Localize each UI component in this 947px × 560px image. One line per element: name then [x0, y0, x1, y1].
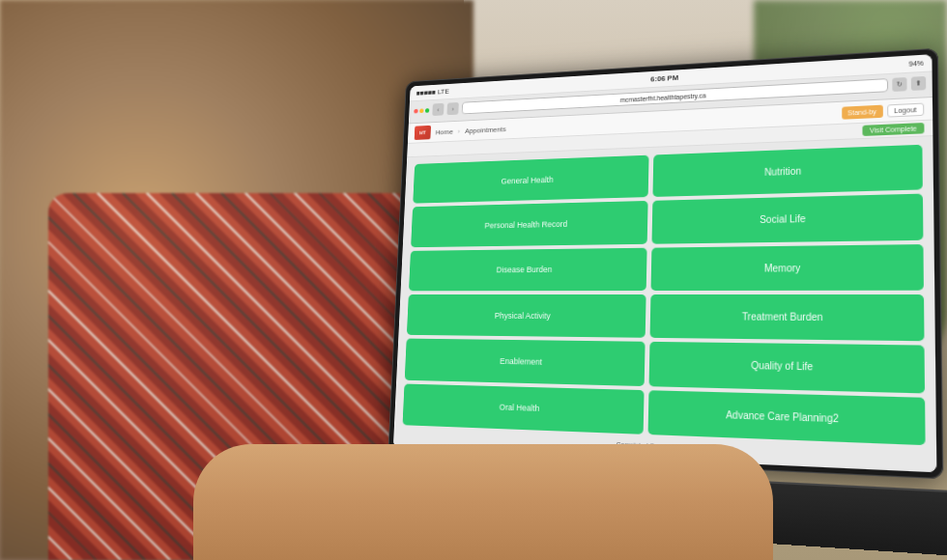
standby-button[interactable]: Stand-by	[842, 104, 883, 119]
header-buttons: Stand-by Logout	[842, 102, 925, 119]
status-battery: 94%	[908, 60, 923, 68]
main-content: General Health Personal Health Record Di…	[393, 136, 937, 472]
url-text: mcmasterfht.healthtapestry.ca	[620, 92, 706, 102]
nav-home[interactable]: Home	[436, 127, 453, 136]
treatment-burden-button[interactable]: Treatment Burden	[649, 294, 924, 342]
enablement-button[interactable]: Enablement	[405, 339, 645, 386]
nutrition-button[interactable]: Nutrition	[652, 145, 923, 198]
app-logo: HT	[415, 126, 431, 140]
refresh-button[interactable]: ↻	[892, 77, 906, 92]
share-button[interactable]: ⬆	[911, 76, 926, 91]
battery-label: 94%	[908, 60, 923, 68]
disease-burden-button[interactable]: Disease Burden	[409, 247, 646, 291]
personal-health-record-button[interactable]: Personal Health Record	[411, 201, 647, 247]
physical-activity-button[interactable]: Physical Activity	[407, 294, 646, 338]
memory-button[interactable]: Memory	[650, 244, 924, 291]
social-life-button[interactable]: Social Life	[651, 194, 923, 243]
oral-health-button[interactable]: Oral Health	[403, 383, 645, 434]
status-carrier: ■■■■■ LTE	[416, 88, 449, 98]
menu-grid: General Health Personal Health Record Di…	[403, 145, 926, 445]
window-controls	[414, 108, 429, 113]
back-button[interactable]: ‹	[432, 103, 444, 116]
forward-button[interactable]: ›	[446, 102, 458, 115]
laptop-screen-bezel: ■■■■■ LTE 6:06 PM 94% ‹ ›	[387, 48, 943, 480]
left-menu-column: General Health Personal Health Record Di…	[403, 155, 649, 434]
maximize-dot[interactable]	[425, 108, 429, 113]
advance-care-planning-button[interactable]: Advance Care Planning2	[647, 390, 926, 445]
nav-appointments[interactable]: Appointments	[465, 125, 506, 134]
app-navigation: HT Home › Appointments	[415, 122, 506, 140]
carrier-label: ■■■■■ LTE	[416, 88, 449, 98]
close-dot[interactable]	[414, 108, 417, 113]
laptop-screen: ■■■■■ LTE 6:06 PM 94% ‹ ›	[393, 54, 937, 472]
quality-of-life-button[interactable]: Quality of Life	[648, 342, 925, 393]
minimize-dot[interactable]	[419, 108, 423, 113]
status-time: 6:06 PM	[650, 73, 678, 83]
right-menu-column: Nutrition Social Life Memory Treatment B…	[647, 145, 926, 445]
visit-complete-button[interactable]: Visit Complete	[862, 123, 924, 136]
general-health-button[interactable]: General Health	[413, 155, 648, 204]
logout-button[interactable]: Logout	[887, 102, 925, 117]
hands	[193, 444, 773, 560]
